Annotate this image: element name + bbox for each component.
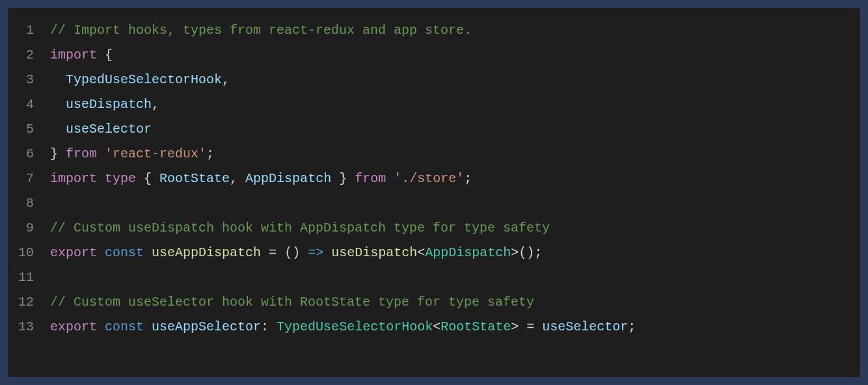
code-line[interactable]: 2import {	[8, 43, 860, 68]
token-keyword: from	[355, 171, 386, 186]
line-number: 4	[8, 92, 50, 117]
code-content[interactable]: } from 'react-redux';	[50, 142, 214, 166]
code-line[interactable]: 13export const useAppSelector: TypedUseS…	[8, 315, 860, 339]
line-number: 2	[8, 43, 50, 68]
line-number: 8	[8, 191, 50, 216]
token-variable: AppDispatch	[245, 171, 331, 186]
code-line[interactable]: 11	[8, 265, 860, 290]
code-content[interactable]: useDispatch,	[50, 92, 159, 117]
code-line[interactable]: 12// Custom useSelector hook with RootSt…	[8, 290, 860, 315]
token-comment: // Custom useDispatch hook with AppDispa…	[50, 220, 550, 235]
token-punct: <	[433, 319, 441, 334]
token-punct	[50, 97, 66, 112]
code-line[interactable]: 4 useDispatch,	[8, 92, 860, 117]
code-line[interactable]: 9// Custom useDispatch hook with AppDisp…	[8, 216, 860, 241]
token-punct: }	[331, 171, 355, 186]
line-number: 3	[8, 68, 50, 92]
token-punct	[97, 245, 105, 260]
line-number: 10	[8, 241, 50, 265]
token-type: AppDispatch	[425, 245, 511, 260]
token-variable: TypedUseSelectorHook	[66, 72, 222, 87]
token-punct: >	[511, 319, 526, 334]
token-punct: ,	[230, 171, 245, 186]
token-punct: ,	[152, 97, 159, 112]
code-line[interactable]: 5 useSelector	[8, 117, 860, 142]
code-content[interactable]: useSelector	[50, 117, 152, 142]
token-func: useDispatch	[331, 245, 417, 260]
token-punct: {	[97, 47, 113, 62]
token-operator: =	[526, 319, 534, 334]
token-punct: {	[136, 171, 159, 186]
line-number: 7	[8, 166, 50, 191]
token-punct: ()	[277, 245, 308, 260]
token-variable: useSelector	[542, 319, 628, 334]
token-punct	[386, 171, 394, 186]
code-content[interactable]: import {	[50, 43, 113, 68]
token-punct: :	[261, 319, 277, 334]
code-line[interactable]: 3 TypedUseSelectorHook,	[8, 68, 860, 92]
token-punct	[144, 245, 152, 260]
token-comment: // Import hooks, types from react-redux …	[50, 23, 472, 38]
token-keyword: type	[105, 171, 136, 186]
token-keyword: from	[66, 146, 97, 161]
token-punct	[534, 319, 542, 334]
token-variable: useDispatch	[66, 97, 152, 112]
code-line[interactable]: 10export const useAppDispatch = () => us…	[8, 241, 860, 265]
code-content[interactable]: export const useAppSelector: TypedUseSel…	[50, 315, 636, 339]
code-line[interactable]: 1// Import hooks, types from react-redux…	[8, 18, 860, 43]
line-number: 5	[8, 117, 50, 142]
token-punct	[50, 72, 66, 87]
token-punct: ;	[628, 319, 636, 334]
token-punct	[144, 319, 152, 334]
token-variable: RootState	[159, 171, 230, 186]
token-punct: }	[50, 146, 66, 161]
token-variable: useAppSelector	[152, 319, 261, 334]
token-punct	[97, 146, 105, 161]
token-string: './store'	[394, 171, 464, 186]
token-keyword: export	[50, 245, 97, 260]
line-number: 9	[8, 216, 50, 241]
token-punct	[97, 171, 105, 186]
code-editor[interactable]: 1// Import hooks, types from react-redux…	[8, 8, 860, 377]
token-keyword: export	[50, 319, 97, 334]
token-punct: ;	[206, 146, 214, 161]
code-line[interactable]: 8	[8, 191, 860, 216]
token-const-kw: const	[105, 245, 144, 260]
token-type: RootState	[441, 319, 511, 334]
line-number: 13	[8, 315, 50, 339]
code-content[interactable]: // Custom useDispatch hook with AppDispa…	[50, 216, 550, 241]
token-const-kw: const	[105, 319, 144, 334]
code-content[interactable]: export const useAppDispatch = () => useD…	[50, 241, 542, 265]
token-punct: ;	[464, 171, 472, 186]
token-punct: ,	[222, 72, 230, 87]
token-keyword: import	[50, 171, 97, 186]
token-func: useAppDispatch	[152, 245, 261, 260]
token-punct	[97, 319, 105, 334]
code-content[interactable]: TypedUseSelectorHook,	[50, 68, 230, 92]
token-string: 'react-redux'	[105, 146, 206, 161]
line-number: 12	[8, 290, 50, 315]
line-number: 6	[8, 142, 50, 166]
token-const-kw: =>	[308, 245, 323, 260]
code-content[interactable]: // Custom useSelector hook with RootStat…	[50, 290, 534, 315]
token-type: TypedUseSelectorHook	[277, 319, 433, 334]
token-punct	[261, 245, 269, 260]
token-punct: >();	[511, 245, 542, 260]
token-punct	[323, 245, 331, 260]
code-line[interactable]: 6} from 'react-redux';	[8, 142, 860, 166]
token-comment: // Custom useSelector hook with RootStat…	[50, 295, 534, 310]
token-keyword: import	[50, 47, 97, 62]
code-content[interactable]: import type { RootState, AppDispatch } f…	[50, 166, 472, 191]
token-operator: =	[269, 245, 277, 260]
code-line[interactable]: 7import type { RootState, AppDispatch } …	[8, 166, 860, 191]
token-punct: <	[417, 245, 425, 260]
code-content[interactable]: // Import hooks, types from react-redux …	[50, 18, 472, 43]
token-variable: useSelector	[66, 122, 152, 137]
line-number: 11	[8, 265, 50, 290]
token-punct	[50, 122, 66, 137]
line-number: 1	[8, 18, 50, 43]
